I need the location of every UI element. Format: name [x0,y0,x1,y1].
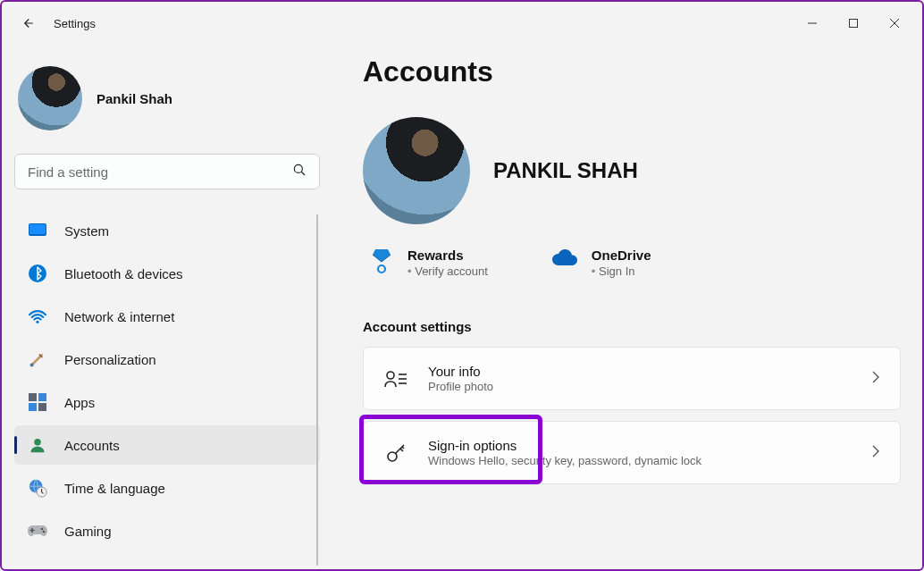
sidebar-profile[interactable]: Pankil Shah [14,54,320,154]
your-info-card[interactable]: Your info Profile photo [363,347,901,410]
close-button[interactable] [874,9,915,38]
svg-point-19 [387,372,394,379]
svg-point-18 [378,265,385,273]
svg-point-17 [43,531,46,533]
svg-rect-9 [29,393,37,401]
sidebar-item-network[interactable]: Network & internet [14,297,320,336]
nav-label: Accounts [64,438,120,453]
svg-rect-5 [29,224,46,234]
section-heading: Account settings [363,319,901,334]
person-icon [27,434,48,456]
tile-sub: Verify account [407,265,488,278]
wifi-icon [27,306,48,327]
nav-label: Gaming [64,524,112,539]
account-name: PANKIL SHAH [493,158,638,183]
tile-title: Rewards [407,248,488,263]
svg-point-16 [41,528,44,531]
sidebar-item-gaming[interactable]: Gaming [14,511,320,550]
page-title: Accounts [363,55,901,88]
svg-rect-12 [38,403,46,411]
svg-point-8 [30,363,34,366]
sidebar-item-time[interactable]: Time & language [14,468,320,508]
back-button[interactable] [9,5,45,41]
person-card-icon [383,366,408,391]
rewards-icon [368,248,395,278]
minimize-button[interactable] [792,9,833,38]
key-icon [383,441,408,466]
card-title: Sign-in options [428,438,701,453]
nav-label: Personalization [64,352,156,367]
chevron-right-icon [871,444,880,462]
tile-sub: Sign In [592,265,651,278]
sidebar-item-bluetooth[interactable]: Bluetooth & devices [14,254,320,293]
rewards-tile[interactable]: Rewards Verify account [368,248,488,278]
svg-rect-1 [850,20,858,28]
avatar-large [363,117,470,224]
sidebar-item-personalization[interactable]: Personalization [14,340,320,379]
nav-label: Bluetooth & devices [64,266,183,281]
nav-label: Apps [64,395,95,410]
signin-options-card[interactable]: Sign-in options Windows Hello, security … [363,421,901,484]
svg-point-13 [34,439,41,446]
display-icon [27,220,48,241]
nav-label: System [64,223,109,239]
search-input[interactable] [14,154,320,189]
tile-title: OneDrive [592,248,651,263]
svg-rect-11 [29,403,37,411]
nav-list: System Bluetooth & devices Network & int… [14,211,320,569]
onedrive-tile[interactable]: OneDrive Sign In [550,248,651,278]
main-content: Accounts PANKIL SHAH Rewards Verify acco… [332,45,922,569]
chevron-right-icon [871,370,880,388]
maximize-button[interactable] [833,9,874,38]
bluetooth-icon [27,263,48,284]
svg-rect-10 [38,393,46,401]
card-sub: Windows Hello, security key, password, d… [428,454,701,467]
sidebar-item-system[interactable]: System [14,211,320,250]
svg-point-7 [36,321,38,323]
card-title: Your info [428,364,493,379]
gamepad-icon [27,520,48,542]
profile-name: Pankil Shah [97,91,172,106]
nav-label: Network & internet [64,309,174,324]
nav-label: Time & language [64,481,165,496]
sidebar: Pankil Shah System Bluetooth & devices N… [2,45,332,569]
back-arrow-icon [19,15,35,31]
account-hero: PANKIL SHAH [363,117,901,224]
cloud-icon [550,248,579,271]
paintbrush-icon [27,348,48,370]
titlebar: Settings [2,2,922,45]
card-sub: Profile photo [428,380,493,393]
sidebar-item-apps[interactable]: Apps [14,382,320,422]
apps-icon [27,391,48,413]
app-title: Settings [54,17,96,30]
avatar [18,66,82,130]
window-controls [792,9,915,38]
globe-clock-icon [27,477,48,499]
sidebar-item-accounts[interactable]: Accounts [14,425,320,465]
